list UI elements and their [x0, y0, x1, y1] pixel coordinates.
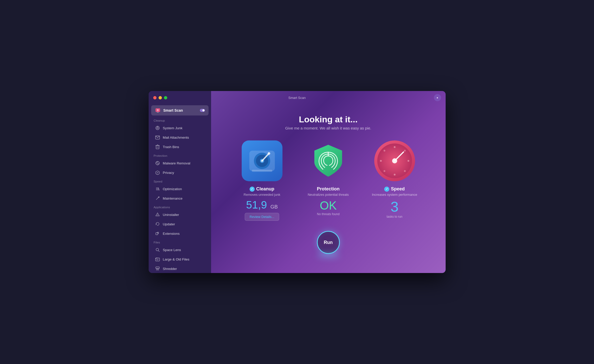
sidebar-item-system-junk[interactable]: System Junk: [151, 123, 209, 133]
run-button-glow: [317, 253, 340, 258]
window-title: Smart Scan: [288, 96, 306, 100]
svg-point-23: [158, 188, 159, 188]
svg-point-2: [157, 110, 158, 111]
sidebar-item-shredder[interactable]: Shredder: [151, 264, 209, 273]
svg-point-53: [407, 160, 409, 162]
svg-line-31: [158, 251, 159, 252]
svg-point-28: [157, 215, 158, 216]
run-button-wrap: Run: [317, 231, 340, 254]
extensions-label: Extensions: [163, 232, 180, 236]
uninstaller-icon: [155, 212, 160, 217]
large-old-files-label: Large & Old Files: [163, 257, 189, 261]
speed-subtitle: Increases system performance: [372, 193, 417, 197]
shredder-icon: [155, 266, 160, 271]
maintenance-label: Maintenance: [163, 197, 183, 200]
minimize-button[interactable]: [159, 96, 162, 99]
main-heading: Looking at it...: [299, 114, 357, 124]
run-button[interactable]: Run: [317, 231, 340, 254]
cleanup-card-title: Cleanup: [256, 186, 274, 192]
main-content: Looking at it... Give me a moment. We al…: [211, 91, 446, 273]
svg-rect-34: [156, 260, 158, 260]
traffic-lights: [153, 96, 167, 99]
smart-scan-label: Smart Scan: [163, 108, 183, 112]
sidebar-section-protection: Protection Malware Removal: [149, 152, 211, 177]
protection-title-row: Protection: [317, 186, 340, 192]
sidebar-item-trash-bins[interactable]: Trash Bins: [151, 142, 209, 151]
review-details-button[interactable]: Review Details...: [245, 213, 279, 221]
svg-point-57: [404, 170, 406, 172]
cleanup-card: ✓ Cleanup Removes unneeded junk 51,9 GB …: [234, 140, 290, 221]
sidebar-item-smart-scan[interactable]: Smart Scan: [151, 105, 209, 115]
protection-card: Protection Neutralizes potential threats…: [300, 140, 356, 216]
svg-line-14: [157, 162, 159, 164]
protection-subtitle: Neutralizes potential threats: [308, 193, 349, 197]
speed-value: 3: [391, 200, 398, 214]
svg-point-24: [159, 190, 159, 190]
space-lens-icon: [155, 247, 160, 253]
cleanup-illustration: [242, 140, 282, 181]
svg-rect-3: [157, 112, 159, 112]
cleanup-title-row: ✓ Cleanup: [250, 186, 274, 192]
svg-line-38: [158, 269, 159, 270]
protection-card-title: Protection: [317, 186, 340, 192]
svg-point-51: [394, 174, 395, 176]
shredder-label: Shredder: [163, 267, 177, 271]
protection-section-label: Protection: [149, 152, 211, 158]
sidebar-item-space-lens[interactable]: Space Lens: [151, 245, 209, 254]
cleanup-subtitle: Removes unneeded junk: [244, 193, 280, 197]
speed-desc: tasks to run: [386, 215, 402, 218]
system-junk-label: System Junk: [163, 126, 183, 130]
svg-rect-8: [156, 146, 159, 149]
large-old-files-icon: [155, 256, 160, 262]
svg-point-59: [392, 158, 397, 163]
sidebar-item-maintenance[interactable]: Maintenance: [151, 194, 209, 203]
svg-point-56: [383, 170, 385, 172]
settings-icon[interactable]: ●: [434, 94, 441, 101]
uninstaller-label: Uninstaller: [163, 213, 179, 217]
trash-bins-icon: [155, 144, 160, 150]
svg-point-54: [383, 150, 385, 152]
cleanup-value: 51,9 GB: [246, 200, 278, 210]
smart-scan-toggle[interactable]: [200, 109, 205, 112]
sidebar: Smart Scan Cleanup System Junk: [149, 91, 211, 273]
svg-point-52: [380, 160, 382, 162]
sidebar-section-cleanup: Cleanup System Junk: [149, 116, 211, 152]
protection-desc: No threats found: [317, 212, 340, 216]
sidebar-item-mail-attachments[interactable]: Mail Attachments: [151, 133, 209, 142]
updater-label: Updater: [163, 222, 175, 226]
svg-rect-35: [156, 267, 159, 268]
main-subheading: Give me a moment. We all wish it was eas…: [285, 126, 371, 130]
svg-point-50: [394, 146, 395, 148]
sidebar-section-files: Files Space Lens: [149, 238, 211, 273]
close-button[interactable]: [153, 96, 157, 99]
cleanup-section-label: Cleanup: [149, 116, 211, 123]
system-junk-icon: [155, 125, 160, 131]
sidebar-item-extensions[interactable]: Extensions: [151, 229, 209, 238]
sidebar-item-large-old-files[interactable]: Large & Old Files: [151, 255, 209, 264]
app-window: Smart Scan ● Smart Scan Cleanup: [149, 91, 446, 273]
optimization-label: Optimization: [163, 187, 182, 191]
svg-point-5: [157, 127, 158, 129]
speed-title-row: ✓ Speed: [384, 186, 405, 192]
maximize-button[interactable]: [164, 96, 167, 99]
sidebar-section-applications: Applications Uninstaller: [149, 203, 211, 238]
speed-check-icon: ✓: [384, 187, 389, 192]
privacy-icon: [155, 170, 160, 175]
sidebar-item-privacy[interactable]: Privacy: [151, 168, 209, 177]
space-lens-label: Space Lens: [163, 248, 181, 252]
applications-section-label: Applications: [149, 203, 211, 210]
malware-removal-label: Malware Removal: [163, 161, 190, 165]
speed-illustration: [374, 140, 415, 181]
sidebar-item-optimization[interactable]: Optimization: [151, 184, 209, 193]
sidebar-item-updater[interactable]: Updater: [151, 219, 209, 229]
files-section-label: Files: [149, 238, 211, 245]
optimization-icon: [155, 186, 160, 192]
extensions-icon: [155, 231, 160, 236]
speed-section-label: Speed: [149, 177, 211, 184]
sidebar-item-malware-removal[interactable]: Malware Removal: [151, 159, 209, 168]
svg-rect-33: [156, 259, 159, 259]
speed-card-title: Speed: [391, 186, 405, 192]
sidebar-item-uninstaller[interactable]: Uninstaller: [151, 210, 209, 219]
trash-bins-label: Trash Bins: [163, 145, 179, 149]
svg-point-55: [404, 150, 406, 152]
